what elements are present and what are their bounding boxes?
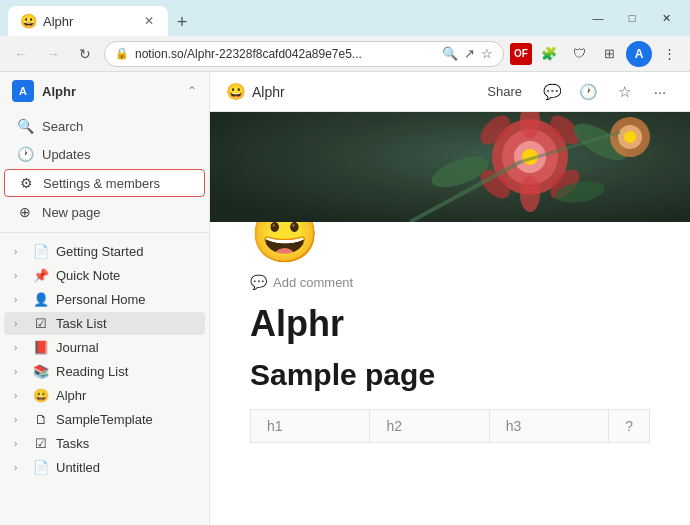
tab-close-button[interactable]: ✕ [142, 12, 156, 30]
gear-icon: ⚙ [17, 175, 35, 191]
sidebar-item-task-list[interactable]: › ☑ Task List [4, 312, 205, 335]
app-container: A Alphr ⌃ 🔍 Search 🕐 Updates ⚙ Settings … [0, 72, 690, 525]
workspace-icon: A [12, 80, 34, 102]
history-button[interactable]: 🕐 [574, 78, 602, 106]
header-actions: Share 💬 🕐 ☆ ··· [479, 78, 674, 106]
svg-point-16 [624, 131, 636, 143]
page-header-name: Alphr [252, 84, 285, 100]
openformat-extension[interactable]: OF [510, 43, 532, 65]
checkbox-icon: ☑ [32, 316, 50, 331]
add-comment-area[interactable]: 💬 Add comment [250, 270, 650, 294]
minimize-button[interactable]: — [582, 6, 614, 30]
notion-page-header: 😀 Alphr Share 💬 🕐 ☆ ··· [210, 72, 690, 112]
page-content: 😀 💬 Add comment Alphr Sample page h1 h2 … [210, 222, 690, 525]
sidebar-item-reading-list[interactable]: › 📚 Reading List [4, 360, 205, 383]
workspace-name: Alphr [42, 84, 179, 99]
page-icon-large: 😀 [250, 222, 650, 262]
plus-circle-icon: ⊕ [16, 204, 34, 220]
chevron-icon: › [14, 246, 26, 257]
table-header-h3: h3 [489, 410, 608, 443]
sidebar-item-label: Reading List [56, 364, 197, 379]
forward-button[interactable]: → [40, 41, 66, 67]
sidebar-item-untitled[interactable]: › 📄 Untitled [4, 456, 205, 479]
share-url-icon[interactable]: ↗ [464, 46, 475, 61]
settings-label: Settings & members [43, 176, 160, 191]
chevron-icon: › [14, 342, 26, 353]
back-button[interactable]: ← [8, 41, 34, 67]
chevron-icon: › [14, 270, 26, 281]
more-button[interactable]: ⋮ [656, 41, 682, 67]
sidebar: A Alphr ⌃ 🔍 Search 🕐 Updates ⚙ Settings … [0, 72, 210, 525]
page-title-area: 😀 Alphr [226, 82, 471, 101]
maximize-button[interactable]: □ [616, 6, 648, 30]
sidebar-item-quick-note[interactable]: › 📌 Quick Note [4, 264, 205, 287]
grid-extension[interactable]: ⊞ [596, 41, 622, 67]
workspace-header[interactable]: A Alphr ⌃ [0, 72, 209, 110]
share-button[interactable]: Share [479, 80, 530, 103]
search-label: Search [42, 119, 83, 134]
nav-items: › 📄 Getting Started › 📌 Quick Note › 👤 P… [0, 237, 209, 482]
browser-tab[interactable]: 😀 Alphr ✕ [8, 6, 168, 36]
search-button[interactable]: 🔍 Search [4, 113, 205, 139]
sidebar-item-getting-started[interactable]: › 📄 Getting Started [4, 240, 205, 263]
cover-flower-art [210, 112, 690, 222]
workspace-chevron-icon: ⌃ [187, 84, 197, 98]
new-page-button[interactable]: ⊕ New page [4, 199, 205, 225]
add-comment-label: Add comment [273, 275, 353, 290]
page-icon: 📄 [32, 244, 50, 259]
main-content: 😀 Alphr Share 💬 🕐 ☆ ··· [210, 72, 690, 525]
star-url-icon[interactable]: ☆ [481, 46, 493, 61]
person-icon: 👤 [32, 292, 50, 307]
sidebar-item-label: SampleTemplate [56, 412, 197, 427]
address-bar: ← → ↻ 🔒 notion.so/Alphr-22328f8cafd042a8… [0, 36, 690, 72]
page-header-emoji: 😀 [226, 82, 246, 101]
window-controls: — □ ✕ [582, 6, 682, 30]
sidebar-item-journal[interactable]: › 📕 Journal [4, 336, 205, 359]
shield-extension[interactable]: 🛡 [566, 41, 592, 67]
url-actions: 🔍 ↗ ☆ [442, 46, 493, 61]
sidebar-item-tasks[interactable]: › ☑ Tasks [4, 432, 205, 455]
sidebar-item-label: Quick Note [56, 268, 197, 283]
favorite-button[interactable]: ☆ [610, 78, 638, 106]
table-help-button[interactable]: ? [609, 410, 650, 443]
search-icon[interactable]: 🔍 [442, 46, 458, 61]
reload-button[interactable]: ↻ [72, 41, 98, 67]
sidebar-item-personal-home[interactable]: › 👤 Personal Home [4, 288, 205, 311]
pin-icon: 📌 [32, 268, 50, 283]
comment-button[interactable]: 💬 [538, 78, 566, 106]
checkbox-icon: ☑ [32, 436, 50, 451]
sidebar-item-label: Untitled [56, 460, 197, 475]
book-icon: 📚 [32, 364, 50, 379]
more-options-button[interactable]: ··· [646, 78, 674, 106]
sidebar-item-sample-template[interactable]: › 🗋 SampleTemplate [4, 408, 205, 431]
svg-point-8 [520, 176, 540, 212]
cover-image [210, 112, 690, 222]
sidebar-item-label: Tasks [56, 436, 197, 451]
browser-extensions: OF 🧩 🛡 ⊞ A ⋮ [510, 41, 682, 67]
new-tab-button[interactable]: + [168, 8, 196, 36]
lock-icon: 🔒 [115, 47, 129, 60]
comment-icon: 💬 [250, 274, 267, 290]
close-button[interactable]: ✕ [650, 6, 682, 30]
sidebar-item-label: Personal Home [56, 292, 197, 307]
sidebar-item-alphr[interactable]: › 😀 Alphr [4, 384, 205, 407]
tab-title: Alphr [43, 14, 73, 29]
chevron-icon: › [14, 438, 26, 449]
puzzle-extension[interactable]: 🧩 [536, 41, 562, 67]
chevron-icon: › [14, 414, 26, 425]
url-bar[interactable]: 🔒 notion.so/Alphr-22328f8cafd042a89e7e5.… [104, 41, 504, 67]
page-title: Alphr [250, 302, 650, 345]
chevron-icon: › [14, 366, 26, 377]
updates-label: Updates [42, 147, 90, 162]
settings-members-button[interactable]: ⚙ Settings & members [4, 169, 205, 197]
profile-button[interactable]: A [626, 41, 652, 67]
journal-icon: 📕 [32, 340, 50, 355]
smile-icon: 😀 [32, 388, 50, 403]
chevron-icon: › [14, 318, 26, 329]
sidebar-divider [0, 232, 209, 233]
updates-button[interactable]: 🕐 Updates [4, 141, 205, 167]
chevron-icon: › [14, 294, 26, 305]
page-subtitle: Sample page [250, 357, 650, 393]
chevron-icon: › [14, 462, 26, 473]
sidebar-item-label: Alphr [56, 388, 197, 403]
